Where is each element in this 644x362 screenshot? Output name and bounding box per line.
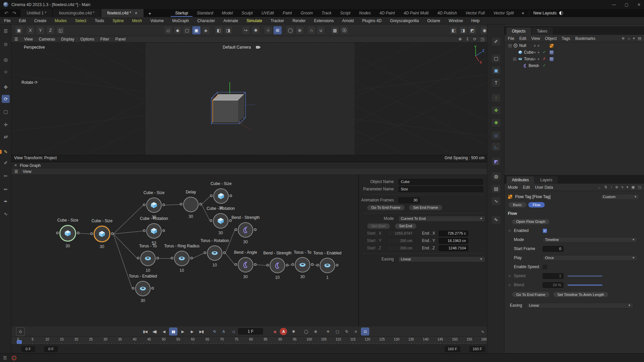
node-torus-to[interactable] bbox=[140, 251, 156, 266]
objects-menu-edit[interactable]: Edit bbox=[519, 36, 526, 41]
selection-icon[interactable]: ⊹ bbox=[2, 68, 10, 76]
home-icon[interactable]: ⌂ bbox=[628, 36, 630, 41]
target-tool-icon[interactable]: ⊕ bbox=[296, 26, 304, 35]
tree-row-cube[interactable]: Cube✓ bbox=[504, 49, 644, 56]
tab-attributes[interactable]: Attributes bbox=[506, 176, 534, 184]
phong-tag-icon[interactable] bbox=[549, 50, 554, 55]
timeline-ruler[interactable]: 0510152025303540455055606570758085909510… bbox=[11, 337, 487, 345]
phong-tag-icon[interactable] bbox=[549, 57, 554, 61]
enabled-check-icon[interactable]: ✓ bbox=[543, 63, 546, 68]
node-torus-to[interactable] bbox=[295, 257, 310, 273]
pan-view-icon[interactable]: ✥ bbox=[458, 37, 462, 42]
magnet-a-icon[interactable]: ∩ bbox=[307, 26, 316, 35]
close-button[interactable]: ✕ bbox=[637, 2, 641, 7]
layout-3-icon[interactable]: ◩ bbox=[468, 26, 477, 35]
viewport-menu-panel[interactable]: Panel bbox=[115, 37, 126, 42]
hook-icon[interactable]: ↪ bbox=[241, 26, 250, 35]
enable-speed-checkbox[interactable] bbox=[543, 265, 547, 269]
back-icon[interactable]: ← bbox=[597, 185, 601, 189]
node-output-port[interactable] bbox=[336, 264, 338, 266]
flow-tag-icon[interactable] bbox=[549, 44, 554, 48]
cube-primitive-icon[interactable]: ▣ bbox=[491, 66, 501, 75]
menu-greyscalegorilla[interactable]: Greyscalegorilla bbox=[390, 18, 419, 23]
layout-tab-groom[interactable]: Groom bbox=[296, 10, 317, 17]
visibility-dot-bottom[interactable] bbox=[538, 45, 539, 47]
close-tab-icon[interactable]: ✕ bbox=[135, 11, 138, 15]
viewport-menu-options[interactable]: Options bbox=[80, 37, 94, 42]
node-output-port[interactable] bbox=[190, 257, 193, 259]
visibility-dot-top[interactable] bbox=[534, 52, 536, 53]
disabled-cross-icon[interactable]: ✗ bbox=[543, 57, 546, 61]
deformer-icon[interactable]: ◩ bbox=[491, 157, 501, 166]
sound-icon[interactable]: ◁ bbox=[229, 327, 237, 336]
magnet-b-icon[interactable]: ∪ bbox=[317, 26, 325, 35]
node-output-port[interactable] bbox=[111, 232, 114, 235]
layout-tab-paint[interactable]: Paint bbox=[278, 10, 296, 17]
document-tab[interactable]: bouncingcube.c4d * bbox=[53, 9, 100, 17]
pause-button[interactable]: ▮▮ bbox=[169, 327, 177, 336]
anim-dot-enabled[interactable]: ◇ bbox=[508, 229, 514, 232]
material-icon[interactable]: ✎ bbox=[491, 216, 501, 224]
play-button[interactable]: ▶ bbox=[178, 327, 187, 336]
layout-tab-4d-paint-multi[interactable]: 4D Paint Multi bbox=[399, 10, 433, 17]
make-editable-icon[interactable]: ▢ bbox=[183, 26, 191, 35]
node-cube-size[interactable] bbox=[213, 188, 229, 204]
node-output-port[interactable] bbox=[311, 263, 314, 266]
search-icon[interactable]: ⊕ bbox=[615, 185, 618, 189]
end-value-field[interactable]: 726.2775 c bbox=[439, 231, 468, 236]
viewport-burger-icon[interactable]: ☰ bbox=[14, 37, 18, 42]
node-input-port[interactable] bbox=[143, 203, 146, 206]
menu-render[interactable]: Render bbox=[292, 18, 306, 23]
path-icon[interactable]: ▤ bbox=[638, 36, 641, 41]
expand-icon[interactable] bbox=[513, 58, 516, 61]
swap-icon[interactable]: ⇅ bbox=[604, 185, 607, 189]
new-layouts-button[interactable]: New Layouts bbox=[529, 11, 567, 15]
knife-tool-icon[interactable]: ✂ bbox=[2, 172, 10, 180]
menu-simulate[interactable]: Simulate bbox=[247, 18, 262, 23]
start-frame-field[interactable]: 0 bbox=[543, 246, 564, 252]
range-end-field[interactable]: 160 F bbox=[445, 346, 460, 352]
node-torus-enabled[interactable] bbox=[135, 281, 151, 296]
tree-row-bend[interactable]: Bend✓ bbox=[504, 62, 644, 69]
render-region-icon[interactable]: ◆ bbox=[173, 26, 182, 35]
range-end-field-2[interactable]: 160 F bbox=[470, 346, 485, 352]
layout-tab-4d-publish[interactable]: 4D Publish bbox=[433, 10, 461, 17]
layout-tab-4d-paint[interactable]: 4D Paint bbox=[375, 10, 399, 17]
record-keyframe-icon[interactable]: ◉ bbox=[271, 327, 279, 336]
zoom-icon[interactable]: ⊙ bbox=[2, 40, 10, 48]
node-torus-enabled[interactable] bbox=[320, 258, 335, 273]
lock-icon[interactable]: ▣ bbox=[631, 185, 635, 189]
menu-select[interactable]: Select bbox=[75, 18, 86, 23]
flow-graph-tab[interactable]: Flow Graph bbox=[20, 163, 41, 168]
menu-extensions[interactable]: Extensions bbox=[314, 18, 334, 23]
enabled-checkbox[interactable]: ✓ bbox=[543, 229, 547, 233]
node-output-port[interactable] bbox=[254, 228, 257, 231]
auto-icon[interactable]: Ⓐ bbox=[340, 26, 348, 35]
camera-icon[interactable] bbox=[256, 46, 260, 49]
play-range-icon[interactable]: A bbox=[219, 327, 228, 336]
menu-window[interactable]: Window bbox=[448, 18, 463, 23]
camera-icon[interactable]: ▤ bbox=[491, 184, 501, 193]
node-torus-ring-radius[interactable] bbox=[174, 251, 190, 266]
easing-dropdown-attr[interactable]: Linear▼ bbox=[527, 303, 633, 308]
rotate-view-icon[interactable]: ⟳ bbox=[473, 37, 477, 42]
tree-row-null[interactable]: Null bbox=[504, 42, 644, 49]
snap-icon[interactable]: ⊹ bbox=[264, 26, 272, 35]
keyframe-button[interactable]: ◇ bbox=[16, 327, 25, 336]
objects-menu-file[interactable]: File bbox=[508, 36, 514, 41]
workplane-mode-icon[interactable]: ◧ bbox=[215, 26, 223, 35]
animation-frames-field[interactable]: 30 bbox=[398, 197, 420, 203]
layout-1-icon[interactable]: ◧ bbox=[449, 26, 458, 35]
menu-volume[interactable]: Volume bbox=[150, 18, 164, 23]
dolly-view-icon[interactable]: ↧ bbox=[466, 37, 469, 42]
maximize-button[interactable]: ▢ bbox=[625, 2, 629, 7]
close-panel-icon[interactable]: ✕ bbox=[14, 163, 17, 168]
layout-2-icon[interactable]: ◨ bbox=[459, 26, 467, 35]
anim-dot-speed[interactable]: ◇ bbox=[508, 274, 514, 278]
node-output-port[interactable] bbox=[199, 203, 202, 205]
objects-menu-bookmarks[interactable]: Bookmarks bbox=[575, 36, 595, 41]
layout-tab-model[interactable]: Model bbox=[217, 10, 237, 17]
menu-character[interactable]: Character bbox=[197, 18, 215, 23]
layout-tab-vector-full[interactable]: Vector Full bbox=[461, 10, 489, 17]
objects-menu-tags[interactable]: Tags bbox=[562, 36, 570, 41]
